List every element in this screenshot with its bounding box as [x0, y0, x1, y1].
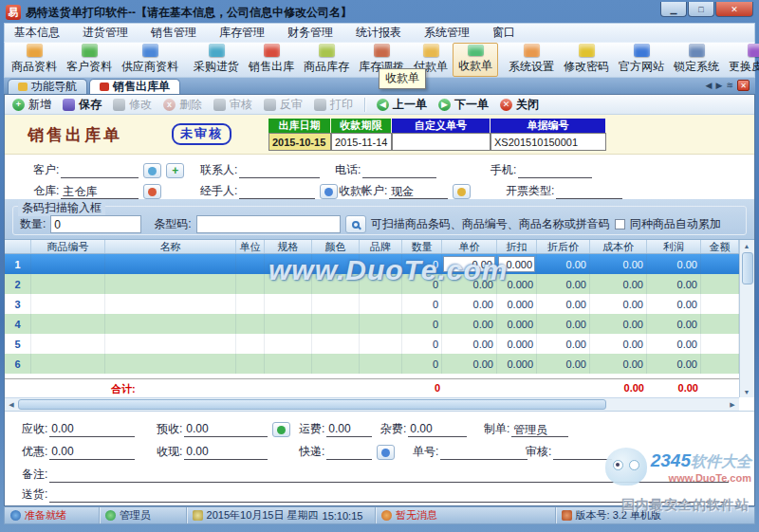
tab-navigation[interactable]: 功能导航: [8, 79, 87, 94]
express-dropdown-button[interactable]: [377, 445, 395, 460]
close-doc-button[interactable]: ✕关闭: [500, 97, 539, 113]
col-profit[interactable]: 利润: [647, 240, 701, 253]
col-cost[interactable]: 成本价: [590, 240, 647, 253]
scroll-right-icon[interactable]: ▶: [726, 399, 739, 411]
table-row[interactable]: 3 0 0.00 0.000 0.00 0.00 0.00: [5, 294, 739, 314]
handler-picker-button[interactable]: [320, 184, 338, 199]
col-product-code[interactable]: 商品编号: [31, 240, 105, 253]
table-row[interactable]: 1 0 0.00 0.000 0.00 0.00 0.00: [5, 254, 739, 274]
toolbar-product-stock[interactable]: 商品库存: [299, 43, 354, 77]
custom-no-value[interactable]: [392, 133, 491, 151]
customer-picker-button[interactable]: [143, 163, 161, 178]
minimize-button[interactable]: ▁: [660, 2, 687, 17]
toolbar-sales-out[interactable]: 销售出库: [244, 43, 299, 77]
phone-field[interactable]: [362, 163, 436, 178]
customer-add-button[interactable]: +: [166, 163, 184, 178]
toolbar-purchase-in[interactable]: 采购进货: [189, 43, 244, 77]
tab-scroll-left-icon[interactable]: ◀: [706, 81, 713, 90]
toolbar-supplier-info[interactable]: 供应商资料: [117, 43, 183, 77]
delivery-field[interactable]: [49, 487, 729, 503]
freight-field[interactable]: 0.00: [326, 422, 372, 437]
toolbar-receipt-bill[interactable]: 收款单: [453, 43, 498, 77]
menu-system[interactable]: 系统管理: [424, 25, 470, 41]
table-row[interactable]: 6 0 0.00 0.000 0.00 0.00 0.00: [5, 354, 739, 374]
toolbar-customer-info[interactable]: 客户资料: [62, 43, 117, 77]
tab-list-icon[interactable]: ≋: [726, 81, 733, 90]
prev-order-button[interactable]: ◀上一单: [377, 97, 427, 113]
menu-finance[interactable]: 财务管理: [287, 25, 333, 41]
toolbar-change-skin[interactable]: 更换皮肤▼: [724, 43, 759, 77]
col-name[interactable]: 名称: [105, 240, 236, 253]
menu-inventory[interactable]: 库存管理: [219, 25, 265, 41]
col-discounted-price[interactable]: 折后价: [537, 240, 590, 253]
col-amount[interactable]: 金额: [701, 240, 739, 253]
handler-field[interactable]: [239, 184, 315, 199]
misc-fee-field[interactable]: 0.00: [408, 422, 467, 437]
new-button[interactable]: +新增: [12, 97, 51, 113]
scroll-up-icon[interactable]: ▲: [740, 240, 753, 251]
discount-amt-field[interactable]: 0.00: [49, 445, 135, 460]
invoice-type-field[interactable]: [556, 184, 622, 199]
account-picker-button[interactable]: [453, 184, 471, 199]
express-field[interactable]: [326, 445, 372, 460]
remark-field[interactable]: [49, 468, 729, 483]
warehouse-picker-button[interactable]: [143, 184, 161, 199]
scroll-down-icon[interactable]: ▼: [740, 386, 753, 397]
mobile-field[interactable]: [518, 163, 592, 178]
status-message-segment[interactable]: 暂无消息: [376, 507, 556, 523]
prepaid-field[interactable]: 0.00: [184, 422, 268, 437]
customer-field[interactable]: [61, 163, 139, 178]
receivable-field[interactable]: 0.00: [49, 422, 135, 437]
toolbar-system-settings[interactable]: 系统设置: [504, 43, 559, 77]
menu-basic-info[interactable]: 基本信息: [14, 25, 60, 41]
tab-close-icon[interactable]: ✕: [737, 80, 750, 91]
col-price[interactable]: 单价: [442, 240, 497, 253]
warehouse-field[interactable]: 主仓库: [61, 184, 139, 199]
col-discount[interactable]: 折扣: [497, 240, 537, 253]
contact-field[interactable]: [239, 163, 320, 178]
col-brand[interactable]: 品牌: [360, 240, 402, 253]
toolbar-lock-system[interactable]: 锁定系统: [669, 43, 724, 77]
col-qty[interactable]: 数量: [402, 240, 442, 253]
barcode-input[interactable]: [196, 215, 341, 233]
out-date-value[interactable]: 2015-10-15: [268, 133, 331, 151]
search-button[interactable]: [345, 215, 366, 233]
col-unit[interactable]: 单位: [236, 240, 265, 253]
due-date-value[interactable]: 2015-11-14: [331, 133, 392, 151]
tab-sales-order[interactable]: 销售出库单: [89, 79, 180, 94]
maximize-button[interactable]: □: [688, 2, 714, 17]
cash-received-field[interactable]: 0.00: [184, 445, 268, 460]
tracking-no-field[interactable]: [440, 445, 528, 460]
toolbar-official-website[interactable]: 官方网站: [614, 43, 669, 77]
delete-button[interactable]: x删除: [163, 97, 202, 113]
prepaid-link-button[interactable]: [272, 422, 290, 437]
account-field[interactable]: 现金: [389, 184, 448, 199]
menu-sales[interactable]: 销售管理: [151, 25, 196, 41]
audit-button[interactable]: 审核: [213, 97, 252, 113]
auto-accumulate-checkbox[interactable]: [615, 219, 625, 229]
tab-scroll-right-icon[interactable]: ▶: [716, 81, 723, 90]
doc-no-value[interactable]: XS201510150001: [491, 133, 606, 151]
toolbar-change-password[interactable]: 修改密码: [559, 43, 614, 77]
qty-input[interactable]: 0: [50, 215, 141, 233]
menu-purchase[interactable]: 进货管理: [83, 25, 128, 41]
scrollbar-thumb[interactable]: [18, 399, 606, 410]
menu-window[interactable]: 窗口: [492, 25, 515, 41]
horizontal-scrollbar[interactable]: ◀ ▶: [5, 397, 739, 411]
table-row[interactable]: 5 0 0.00 0.000 0.00 0.00 0.00: [5, 334, 739, 354]
col-color[interactable]: 颜色: [312, 240, 360, 253]
save-button[interactable]: 保存: [63, 97, 102, 113]
table-row[interactable]: 2 0 0.00 0.000 0.00 0.00 0.00: [5, 274, 739, 294]
col-spec[interactable]: 规格: [265, 240, 312, 253]
next-order-button[interactable]: ▶下一单: [438, 97, 489, 113]
edit-button[interactable]: 修改: [113, 97, 152, 113]
menu-reports[interactable]: 统计报表: [356, 25, 401, 41]
scrollbar-thumb[interactable]: [742, 252, 753, 284]
table-row[interactable]: 4 0 0.00 0.000 0.00 0.00 0.00: [5, 314, 739, 334]
vertical-scrollbar[interactable]: ▲ ▼: [739, 240, 754, 397]
scroll-left-icon[interactable]: ◀: [5, 399, 18, 411]
toolbar-product-info[interactable]: 商品资料: [7, 43, 62, 77]
close-button[interactable]: ✕: [715, 2, 753, 17]
print-button[interactable]: 打印: [314, 97, 353, 113]
unaudit-button[interactable]: 反审: [264, 97, 303, 113]
